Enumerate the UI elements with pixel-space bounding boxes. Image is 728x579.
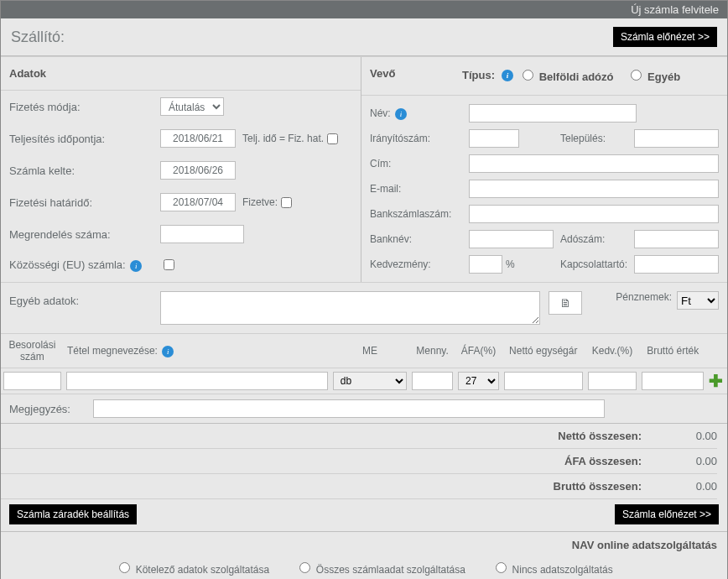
city-input[interactable] <box>634 129 719 148</box>
type-other-option[interactable]: Egyéb <box>627 67 680 83</box>
paid-checkbox[interactable] <box>281 197 292 208</box>
nav-opt-all[interactable]: Összes számlaadat szolgáltatása <box>295 564 468 576</box>
buyer-section-title: Vevő <box>370 67 462 83</box>
invoice-date-label: Számla kelte: <box>9 164 160 177</box>
col-discount: Kedv.(%) <box>585 334 640 368</box>
payment-method-label: Fizetés módja: <box>9 101 160 113</box>
col-qty: Menny. <box>409 334 455 368</box>
fulfillment-equals-due-label: Telj. idő = Fiz. hat. <box>242 133 324 144</box>
remark-input[interactable] <box>93 399 605 418</box>
city-label: Település: <box>560 133 627 144</box>
tax-number-label: Adószám: <box>560 233 627 245</box>
info-icon: i <box>502 70 513 81</box>
order-number-input[interactable] <box>160 225 244 243</box>
buyer-name-label: Név: i <box>370 107 462 120</box>
col-item-name: Tétel megnevezése: i <box>64 334 330 368</box>
bank-name-input[interactable] <box>469 230 554 248</box>
percent-label: % <box>506 258 515 270</box>
col-unit-price: Nettó egységár <box>502 334 585 368</box>
email-label: E-mail: <box>370 183 462 195</box>
invoice-clause-button[interactable]: Számla záradék beállítás <box>9 504 137 524</box>
col-vat: ÁFA(%) <box>455 334 502 368</box>
fulfillment-date-input[interactable] <box>160 129 236 148</box>
discount-input[interactable] <box>469 255 502 274</box>
due-date-label: Fizetési határidő: <box>9 196 160 209</box>
col-gross: Bruttó érték <box>639 334 706 368</box>
address-input[interactable] <box>469 154 719 173</box>
bank-account-input[interactable] <box>469 205 719 223</box>
add-line-icon[interactable]: ✚ <box>709 373 724 389</box>
tax-number-input[interactable] <box>634 230 719 248</box>
zip-label: Irányítószám: <box>370 133 462 144</box>
item-vat-select[interactable]: 27 <box>458 372 499 390</box>
gross-total-label: Bruttó összesen: <box>516 480 642 493</box>
item-name-input[interactable] <box>66 372 328 390</box>
info-icon: i <box>395 108 407 120</box>
type-domestic-radio[interactable] <box>523 70 533 81</box>
document-icon-button[interactable]: 🗎 <box>549 291 582 315</box>
order-number-label: Megrendelés száma: <box>9 228 160 241</box>
paid-label: Fizetve: <box>242 196 278 208</box>
item-unit-price-input[interactable] <box>504 372 583 390</box>
item-unit-select[interactable]: db <box>333 372 407 390</box>
zip-input[interactable] <box>469 129 519 148</box>
bank-account-label: Bankszámlaszám: <box>370 208 462 220</box>
vat-total-value: 0.00 <box>667 455 717 467</box>
type-label: Típus: <box>462 69 495 81</box>
vat-total-label: ÁFA összesen: <box>516 455 642 467</box>
buyer-name-input[interactable] <box>469 104 637 123</box>
remark-label: Megjegyzés: <box>9 403 93 415</box>
totals-section: Nettó összesen: 0.00 ÁFA összesen: 0.00 … <box>1 423 727 499</box>
type-domestic-option[interactable]: Belföldi adózó <box>518 67 613 83</box>
eu-invoice-label: Közösségi (EU) számla: i <box>9 258 160 272</box>
nav-opt-mandatory[interactable]: Kötelező adatok szolgáltatása <box>115 564 272 576</box>
fulfillment-date-label: Teljesítés időpontja: <box>9 133 160 145</box>
line-items-table: Besorolási szám Tétel megnevezése: i ME … <box>1 334 727 394</box>
section-title-adatok: Adatok <box>1 57 361 91</box>
nav-section-title: NAV online adatszolgáltatás <box>1 531 727 556</box>
payment-method-select[interactable]: Átutalás <box>160 97 224 116</box>
nav-opt-all-radio[interactable] <box>299 562 310 573</box>
discount-label: Kedvezmény: <box>370 258 462 270</box>
contact-label: Kapcsolattartó: <box>560 258 627 270</box>
net-total-label: Nettó összesen: <box>516 430 642 442</box>
supplier-label: Szállító: <box>11 29 65 46</box>
header-row: Szállító: Számla előnézet >> <box>1 18 727 56</box>
invoice-preview-button-bottom[interactable]: Számla előnézet >> <box>615 504 719 524</box>
invoice-modal: Új számla felvitele Szállító: Számla elő… <box>0 0 728 579</box>
invoice-date-input[interactable] <box>160 161 236 180</box>
item-discount-input[interactable] <box>588 372 637 390</box>
contact-input[interactable] <box>634 255 719 274</box>
col-unit: ME <box>330 334 409 368</box>
nav-opt-none-radio[interactable] <box>496 562 507 573</box>
info-icon: i <box>130 260 142 272</box>
email-input[interactable] <box>469 180 719 198</box>
net-total-value: 0.00 <box>667 430 717 442</box>
item-qty-input[interactable] <box>412 372 453 390</box>
titlebar: Új számla felvitele <box>1 1 727 18</box>
eu-invoice-checkbox[interactable] <box>164 259 174 270</box>
address-label: Cím: <box>370 158 462 170</box>
item-gross-input[interactable] <box>642 372 704 390</box>
nav-opt-mandatory-radio[interactable] <box>119 562 130 573</box>
gross-total-value: 0.00 <box>667 480 717 493</box>
other-data-label: Egyéb adatok: <box>9 291 160 307</box>
nav-opt-none[interactable]: Nincs adatszolgáltatás <box>491 564 612 576</box>
other-data-textarea[interactable] <box>160 291 540 325</box>
window-title: Új számla felvitele <box>631 3 719 16</box>
type-other-radio[interactable] <box>631 70 642 81</box>
item-classification-input[interactable] <box>3 372 61 390</box>
col-classification: Besorolási szám <box>1 334 64 368</box>
fulfillment-equals-due-checkbox[interactable] <box>327 133 338 144</box>
line-item-row: db 27 ✚ <box>1 368 727 394</box>
currency-select[interactable]: Ft <box>677 291 719 310</box>
bank-name-label: Banknév: <box>370 233 462 245</box>
due-date-input[interactable] <box>160 193 236 211</box>
invoice-preview-button-top[interactable]: Számla előnézet >> <box>613 27 717 47</box>
currency-label: Pénznemek: <box>616 291 672 303</box>
info-icon: i <box>162 346 174 357</box>
